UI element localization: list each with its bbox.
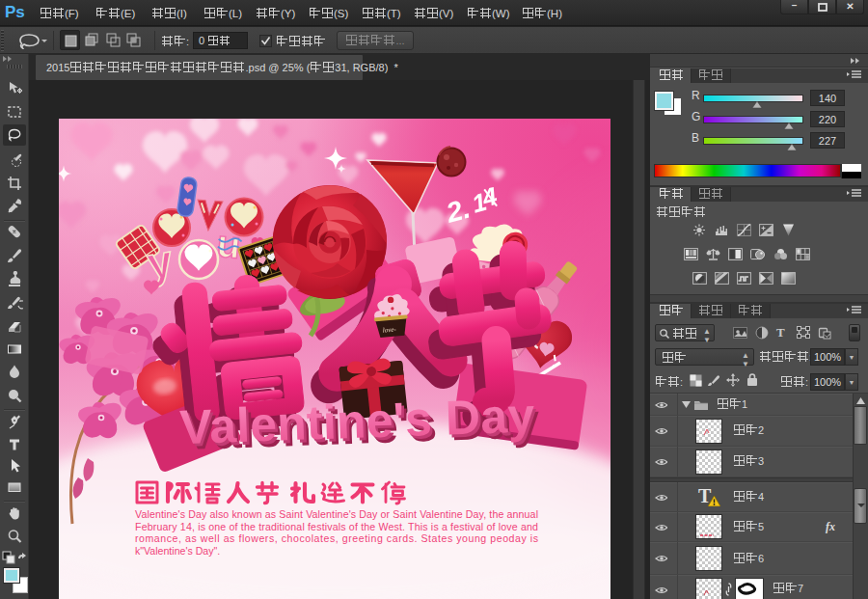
svg-text:February 14, is one of the tra: February 14, is one of the traditional f… [135,521,538,532]
svg-text:romance, as well as flowers, c: romance, as well as flowers, chocolates,… [135,532,538,544]
svg-text:love-: love- [382,325,396,334]
svg-text:k"Valentine's Day".: k"Valentine's Day". [135,545,220,557]
svg-text:Valentine's Day also known as: Valentine's Day also known as Saint Vale… [135,508,538,520]
svg-text:u: u [215,222,243,266]
